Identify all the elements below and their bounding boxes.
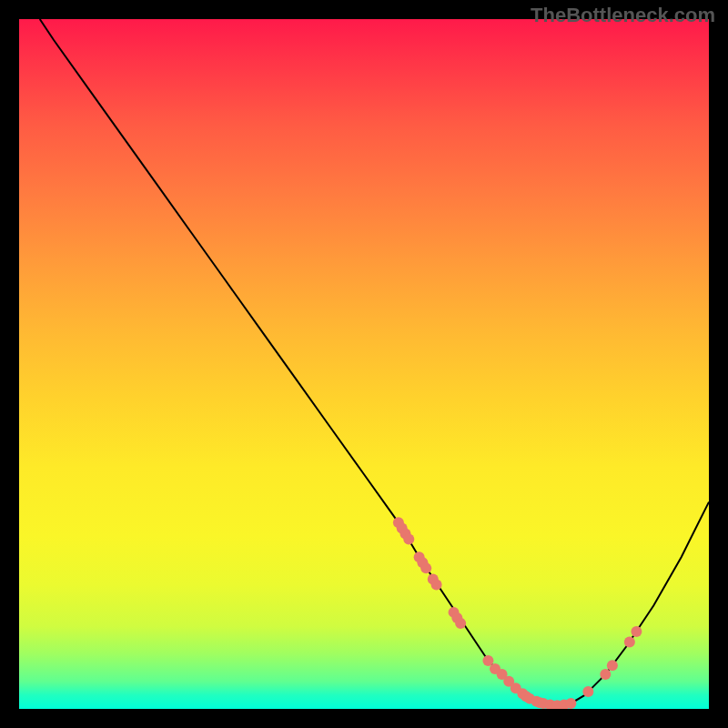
chart-curve-line bbox=[40, 19, 709, 705]
chart-marker bbox=[455, 618, 466, 629]
chart-plot-area bbox=[19, 19, 709, 709]
chart-marker bbox=[607, 660, 618, 671]
chart-svg bbox=[19, 19, 709, 709]
chart-marker bbox=[582, 686, 593, 697]
chart-markers-group bbox=[393, 517, 642, 709]
chart-marker bbox=[420, 562, 431, 573]
watermark-text: TheBottleneck.com bbox=[531, 4, 715, 27]
chart-marker bbox=[624, 636, 635, 647]
chart-marker bbox=[403, 534, 414, 545]
chart-marker bbox=[631, 626, 642, 637]
chart-marker bbox=[600, 669, 611, 680]
chart-marker bbox=[565, 698, 576, 709]
chart-marker bbox=[431, 580, 442, 591]
